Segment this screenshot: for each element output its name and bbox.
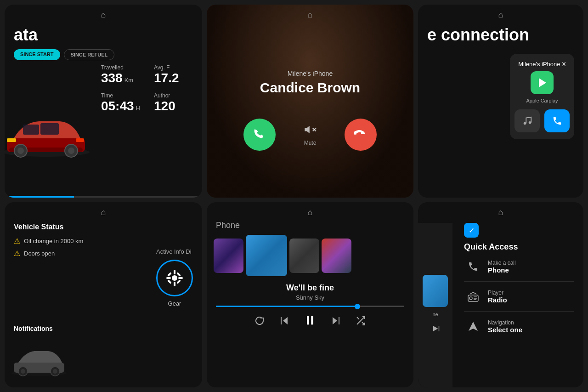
card-quick: ⌂ ne ✓ Quick Access Make a call Phone: [418, 202, 583, 387]
active-info-title: Active Info Di: [156, 248, 193, 255]
mute-button[interactable]: Mute: [294, 119, 326, 151]
svg-point-14: [528, 121, 531, 124]
left-panel-play-icon: [431, 324, 440, 333]
status-oil-text: Oil change in 2000 km: [24, 238, 83, 244]
tab-since-start[interactable]: SINCE START: [14, 49, 60, 60]
car-image: [5, 113, 92, 161]
rewind-button[interactable]: [254, 315, 265, 329]
svg-rect-33: [311, 316, 313, 325]
left-panel-controls: [423, 322, 448, 335]
status-doors-text: Doors open: [24, 250, 55, 257]
quick-item-radio[interactable]: Player Radio: [464, 282, 574, 312]
car-small-svg: [9, 347, 69, 376]
music-icon: [522, 116, 532, 126]
quick-item-call[interactable]: Make a call Phone: [464, 252, 574, 282]
stat-time-unit: H: [136, 105, 140, 112]
quick-item-nav[interactable]: Navigation Select one: [464, 312, 574, 341]
trip-tabs: SINCE START SINCE REFUEL: [14, 49, 193, 60]
svg-point-42: [469, 297, 472, 300]
music-progress-section: [207, 306, 413, 307]
phone-quick-icon: [464, 257, 482, 276]
carplay-icon: [531, 71, 554, 94]
svg-point-13: [523, 122, 526, 125]
notifications-title: Notifications: [14, 325, 53, 332]
radio-quick-icon: [464, 287, 482, 306]
album-art-1: [214, 239, 243, 273]
trip-title: ata: [14, 25, 193, 45]
progress-bar-fill: [5, 196, 74, 198]
svg-rect-22: [167, 279, 172, 284]
album-art-main[interactable]: [246, 235, 287, 276]
stat-author: Author 120: [154, 92, 193, 114]
svg-marker-34: [333, 317, 337, 324]
svg-rect-32: [307, 316, 309, 325]
home-icon-call: ⌂: [308, 10, 313, 20]
answer-button[interactable]: [243, 119, 276, 151]
album-art-4: [322, 239, 351, 273]
rewind-icon: [254, 315, 265, 326]
home-icon-vehicle: ⌂: [101, 208, 106, 217]
call-content: Milene's iPhone Candice Brown Mute: [207, 61, 413, 160]
radio-icon: [467, 290, 479, 302]
home-icon-music: ⌂: [308, 208, 313, 217]
left-panel: ne: [418, 223, 452, 387]
quick-call-sub: Make a call: [488, 260, 516, 266]
music-progress-track[interactable]: [216, 306, 404, 307]
svg-rect-21: [176, 272, 181, 277]
phone-label: Phone: [207, 221, 413, 230]
stat-travelled-value: 338: [101, 71, 123, 85]
left-panel-label: ne: [432, 312, 438, 317]
home-icon: ⌂: [101, 10, 106, 20]
quick-radio-sub: Player: [488, 290, 507, 296]
svg-rect-8: [23, 125, 39, 135]
prev-button[interactable]: [279, 315, 290, 329]
svg-point-27: [21, 369, 25, 374]
tab-since-refuel[interactable]: SINCE REFUEL: [64, 49, 115, 60]
gear-circle: [156, 260, 193, 296]
progress-bar: [5, 196, 202, 198]
svg-marker-39: [433, 326, 438, 331]
warning-icon-doors: ⚠: [14, 249, 20, 258]
svg-rect-7: [40, 123, 59, 135]
quick-nav-main: Select one: [488, 326, 522, 334]
card-music: ⌂ Phone We'll be fine Sünny Sky: [207, 202, 413, 387]
album-art-row: [207, 235, 413, 276]
shuffle-button[interactable]: [355, 315, 366, 329]
svg-rect-9: [7, 138, 16, 142]
shuffle-icon: [355, 315, 366, 326]
car-svg: [5, 113, 92, 159]
svg-point-4: [17, 148, 24, 154]
quick-nav-sub: Navigation: [488, 319, 522, 326]
phone-icon: [468, 261, 479, 272]
music-controls: [207, 314, 413, 339]
quick-radio-text: Player Radio: [488, 290, 507, 304]
nav-quick-icon: [464, 317, 482, 335]
song-artist: Sünny Sky: [207, 294, 413, 301]
stat-avgf-value: 17.2: [154, 71, 179, 85]
stat-time-label: Time: [101, 92, 140, 99]
stat-avgf-label: Avg. F: [154, 64, 193, 71]
music-progress-thumb: [355, 304, 360, 309]
end-call-button[interactable]: [345, 119, 377, 151]
home-icon-conn: ⌂: [498, 10, 503, 20]
phone-action-button[interactable]: [544, 109, 570, 132]
svg-rect-16: [174, 270, 175, 274]
next-button[interactable]: [330, 315, 341, 329]
music-progress-fill: [216, 306, 357, 307]
mute-icon: [304, 123, 317, 136]
gear-label: Gear: [156, 300, 193, 307]
quick-access-title: Quick Access: [464, 242, 574, 252]
card-connection: ⌂ e connection Milene's iPhone X Apple C…: [418, 5, 583, 198]
svg-line-38: [357, 317, 359, 319]
stat-author-value: 120: [154, 99, 175, 113]
svg-rect-20: [167, 272, 172, 277]
music-action-button[interactable]: [514, 109, 540, 132]
left-panel-art: [423, 275, 448, 307]
call-buttons: Mute: [243, 119, 377, 151]
play-pause-button[interactable]: [304, 314, 317, 330]
stat-avgf: Avg. F 17.2: [154, 64, 193, 85]
card-call: ⌂ Milene's iPhone Candice Brown Mute: [207, 5, 413, 198]
gear-svg-icon: [165, 269, 184, 287]
call-name: Candice Brown: [260, 80, 360, 96]
svg-rect-17: [174, 282, 175, 286]
